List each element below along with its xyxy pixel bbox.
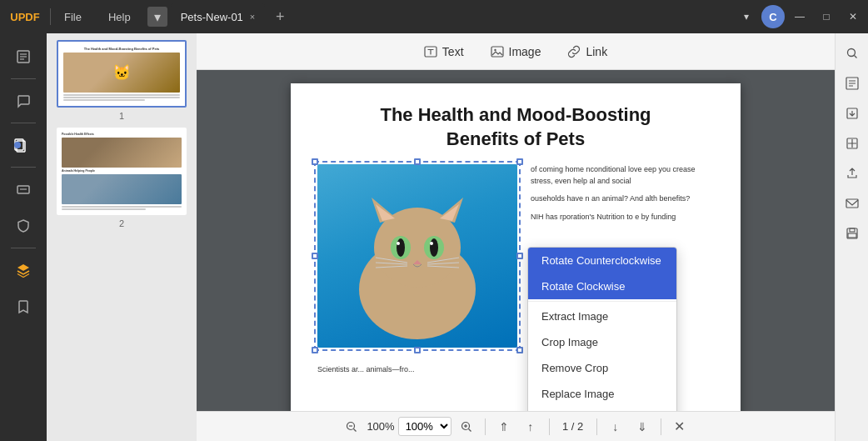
svg-point-10: [494, 48, 496, 50]
thumb-card-1[interactable]: The Health and Mood-Boosting Benefits of…: [57, 40, 187, 108]
svg-line-36: [468, 428, 471, 431]
right-icon-share[interactable]: [839, 160, 866, 187]
thumb-page-num-1: 1: [119, 111, 124, 121]
right-icon-extract[interactable]: [839, 100, 866, 127]
minimize-button[interactable]: —: [788, 5, 811, 28]
right-icon-search[interactable]: [839, 40, 866, 67]
page-last-button[interactable]: ⇓: [631, 415, 654, 438]
page-prev-button[interactable]: ↑: [519, 415, 542, 438]
thumbnail-panel: The Health and Mood-Boosting Benefits of…: [47, 33, 197, 441]
page-first-button[interactable]: ⇑: [492, 415, 516, 438]
sidebar-icon-pages[interactable]: [7, 128, 40, 162]
svg-rect-45: [848, 233, 856, 238]
toolbar-text-button[interactable]: Text: [411, 37, 477, 67]
context-menu-extract[interactable]: Extract Image: [528, 303, 676, 329]
text-icon: [424, 45, 437, 58]
search-icon: [846, 47, 859, 60]
pdf-page: The Health and Mood-Boosting Benefits of…: [291, 83, 741, 411]
thumb-card-2[interactable]: Possible Health Effects Animals Helping …: [57, 128, 187, 215]
context-menu-extract-label: Extract Image: [541, 310, 608, 323]
pdf-image-wrapper[interactable]: [317, 164, 517, 348]
zoom-in-icon: [461, 421, 472, 433]
maximize-button[interactable]: □: [815, 5, 838, 28]
sidebar-active-indicator: [14, 142, 21, 148]
cat-image: [317, 164, 517, 348]
context-menu-replace[interactable]: Replace Image: [528, 381, 676, 407]
tab-add-button[interactable]: +: [268, 5, 292, 28]
handle-bl[interactable]: [312, 347, 318, 353]
toolbar-link-button[interactable]: Link: [554, 37, 621, 67]
context-menu-crop[interactable]: Crop Image: [528, 329, 676, 355]
context-menu-remove-crop[interactable]: Remove Crop: [528, 355, 676, 381]
thumbnail-page-1[interactable]: The Health and Mood-Boosting Benefits of…: [53, 40, 190, 121]
sidebar-icon-layers[interactable]: [7, 253, 40, 287]
thumb-line: [63, 97, 180, 98]
compress-icon: [846, 137, 859, 150]
sidebar-divider-3: [11, 167, 36, 168]
zoom-in-button[interactable]: [455, 415, 478, 438]
tab-pets[interactable]: Pets-New-01 ×: [171, 3, 266, 30]
sidebar-divider-4: [11, 248, 36, 248]
right-icon-save[interactable]: [839, 220, 866, 247]
svg-point-20: [430, 238, 438, 257]
zoom-display: 100% 100%75%125%150%: [367, 417, 451, 436]
bottom-divider-2: [549, 418, 550, 435]
pdf-page-title: The Health and Mood-Boosting Benefits of…: [317, 103, 714, 151]
top-bar-menu: File Help: [51, 0, 144, 33]
zoom-select[interactable]: 100%75%125%150%: [398, 417, 451, 436]
pdf-viewer: The Health and Mood-Boosting Benefits of…: [197, 70, 835, 411]
edit-toolbar: Text Image Link: [197, 33, 835, 70]
tab-dropdown-button[interactable]: ▾: [147, 7, 167, 27]
context-menu-crop-label: Crop Image: [541, 336, 598, 348]
right-icon-ocr[interactable]: [839, 70, 866, 97]
sidebar-icon-bookmark[interactable]: [7, 290, 40, 323]
menu-file[interactable]: File: [51, 0, 95, 33]
bottom-divider-4: [661, 418, 661, 435]
menu-help[interactable]: Help: [95, 0, 144, 33]
handle-mr[interactable]: [516, 253, 523, 259]
app-logo: UPDF: [0, 0, 50, 33]
svg-line-38: [854, 56, 856, 58]
svg-point-21: [397, 242, 400, 245]
tab-bar: ▾ Pets-New-01 × + ▾ C — □ ✕: [144, 0, 868, 33]
context-menu-rotate-cw[interactable]: Rotate Clockwise: [528, 273, 676, 299]
sidebar-icon-edit[interactable]: [7, 40, 40, 73]
thumb-line-short: [62, 208, 146, 210]
main-layout: The Health and Mood-Boosting Benefits of…: [0, 33, 868, 441]
handle-tr[interactable]: [516, 158, 523, 165]
tab-close-button[interactable]: ×: [250, 12, 255, 22]
context-menu-rotate-ccw-label: Rotate Counterclockwise: [541, 254, 661, 267]
svg-rect-9: [491, 47, 503, 57]
tab-more-button[interactable]: ▾: [735, 5, 758, 28]
toolbar-image-button[interactable]: Image: [477, 37, 555, 67]
save-icon: [846, 227, 859, 240]
context-menu-remove-crop-label: Remove Crop: [541, 362, 608, 374]
top-bar: UPDF File Help ▾ Pets-New-01 × + ▾ C — □…: [0, 0, 868, 33]
tab-bar-right: ▾ C — □ ✕: [735, 5, 868, 28]
thumbnail-page-2[interactable]: Possible Health Effects Animals Helping …: [53, 128, 190, 228]
context-menu-delete[interactable]: Delete Image Del: [528, 407, 676, 411]
user-avatar[interactable]: C: [761, 5, 785, 28]
bottom-bar: 100% 100%75%125%150% ⇑ ↑ 1 / 2 ↓ ⇓ ✕: [197, 411, 835, 441]
sidebar-icon-forms[interactable]: [7, 173, 40, 206]
context-menu-rotate-cw-label: Rotate Clockwise: [541, 280, 625, 293]
thumb-inner-1: The Health and Mood-Boosting Benefits of…: [58, 42, 185, 106]
sidebar-icon-protect[interactable]: [7, 209, 40, 243]
sidebar-icon-comment[interactable]: [7, 84, 40, 118]
bottom-divider-3: [596, 418, 597, 435]
extract-icon: [846, 107, 859, 120]
left-sidebar: [0, 33, 47, 441]
right-icon-compress[interactable]: [839, 130, 866, 157]
mail-icon: [846, 197, 859, 210]
right-icon-mail[interactable]: [839, 190, 866, 217]
page-next-button[interactable]: ↓: [604, 415, 627, 438]
context-menu-rotate-ccw[interactable]: Rotate Counterclockwise: [528, 248, 676, 273]
toolbar-link-label: Link: [586, 45, 607, 58]
close-button[interactable]: ✕: [841, 5, 865, 28]
bottom-close-button[interactable]: ✕: [668, 415, 691, 438]
zoom-out-button[interactable]: [340, 415, 363, 438]
handle-bm[interactable]: [414, 347, 421, 353]
context-menu: Rotate Counterclockwise Rotate Clockwise…: [527, 247, 677, 411]
context-menu-sep-1: [528, 301, 676, 302]
handle-br[interactable]: [516, 347, 523, 353]
